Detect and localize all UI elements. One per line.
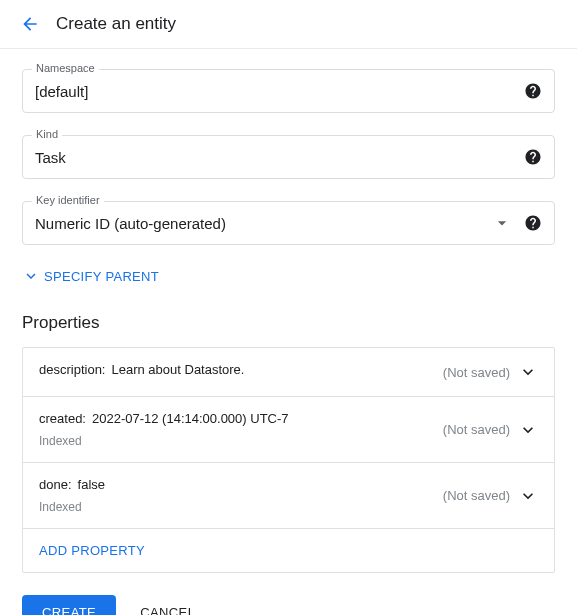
property-name: done:: [39, 477, 72, 492]
help-icon[interactable]: [524, 82, 542, 100]
property-status: (Not saved): [443, 365, 510, 380]
properties-heading: Properties: [22, 313, 555, 333]
back-arrow-icon[interactable]: [20, 14, 40, 34]
property-value: false: [78, 477, 105, 492]
help-icon[interactable]: [524, 214, 542, 232]
dropdown-icon[interactable]: [492, 213, 512, 233]
action-bar: CREATE CANCEL: [22, 595, 555, 615]
property-value: Learn about Datastore.: [111, 362, 244, 377]
property-row[interactable]: done: false Indexed (Not saved): [23, 463, 554, 529]
specify-parent-label: SPECIFY PARENT: [44, 269, 159, 284]
property-row[interactable]: description: Learn about Datastore. (Not…: [23, 348, 554, 397]
chevron-down-icon[interactable]: [518, 420, 538, 440]
kind-field[interactable]: Kind Task: [22, 135, 555, 179]
page-header: Create an entity: [0, 0, 577, 49]
key-identifier-value: Numeric ID (auto-generated): [35, 215, 492, 232]
property-name: created:: [39, 411, 86, 426]
property-value: 2022-07-12 (14:14:00.000) UTC-7: [92, 411, 289, 426]
create-button[interactable]: CREATE: [22, 595, 116, 615]
property-status: (Not saved): [443, 488, 510, 503]
namespace-label: Namespace: [32, 62, 99, 74]
properties-list: description: Learn about Datastore. (Not…: [22, 347, 555, 573]
property-indexed-label: Indexed: [39, 500, 443, 514]
chevron-down-icon: [22, 267, 40, 285]
property-name: description:: [39, 362, 105, 377]
namespace-field[interactable]: Namespace [default]: [22, 69, 555, 113]
chevron-down-icon[interactable]: [518, 486, 538, 506]
namespace-value: [default]: [35, 83, 524, 100]
chevron-down-icon[interactable]: [518, 362, 538, 382]
key-identifier-label: Key identifier: [32, 194, 104, 206]
help-icon[interactable]: [524, 148, 542, 166]
property-indexed-label: Indexed: [39, 434, 443, 448]
specify-parent-toggle[interactable]: SPECIFY PARENT: [22, 267, 555, 285]
key-identifier-field[interactable]: Key identifier Numeric ID (auto-generate…: [22, 201, 555, 245]
page-title: Create an entity: [56, 14, 176, 34]
kind-label: Kind: [32, 128, 62, 140]
property-status: (Not saved): [443, 422, 510, 437]
cancel-button[interactable]: CANCEL: [140, 605, 195, 615]
property-row[interactable]: created: 2022-07-12 (14:14:00.000) UTC-7…: [23, 397, 554, 463]
add-property-button[interactable]: ADD PROPERTY: [23, 529, 554, 572]
kind-value: Task: [35, 149, 524, 166]
